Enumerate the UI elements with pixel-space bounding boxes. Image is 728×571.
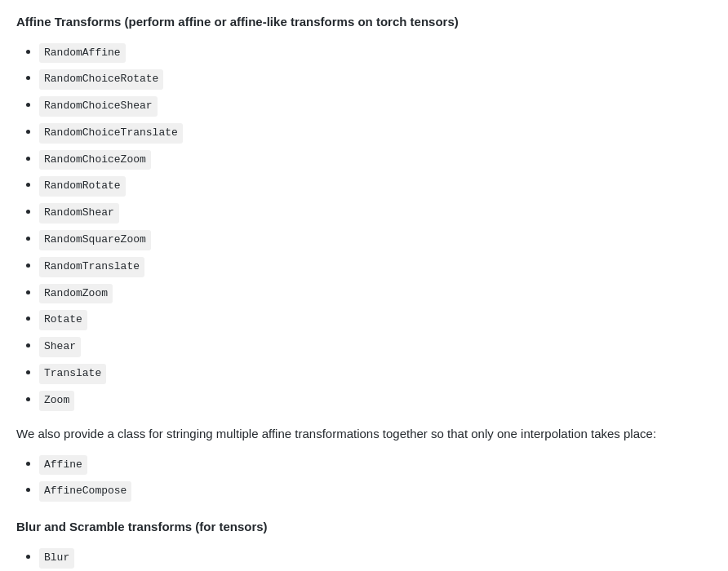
list-item: Blur [39,547,712,569]
code-randomzoom[interactable]: RandomZoom [39,284,113,304]
list-item: Affine [39,454,712,476]
list-item: RandomChoiceShear [39,95,712,117]
blur-scramble-section: Blur and Scramble transforms (for tensor… [16,518,712,571]
list-item: RandomChoiceRotate [39,68,712,90]
code-randomchoicezoom[interactable]: RandomChoiceZoom [39,150,151,170]
list-item: RandomChoiceZoom [39,148,712,170]
list-item: RandomRotate [39,175,712,197]
code-shear[interactable]: Shear [39,337,81,357]
code-randomaffine[interactable]: RandomAffine [39,43,126,64]
affine-transforms-section: Affine Transforms (perform affine or aff… [16,13,712,411]
code-rotate[interactable]: Rotate [39,310,87,330]
code-zoom[interactable]: Zoom [39,391,74,411]
list-item: RandomZoom [39,282,712,304]
list-item: Zoom [39,389,712,411]
code-randomsquarezoom[interactable]: RandomSquareZoom [39,230,151,250]
code-randomshear[interactable]: RandomShear [39,203,119,224]
list-item: AffineCompose [39,480,712,502]
code-translate[interactable]: Translate [39,364,106,384]
list-item: Rotate [39,308,712,330]
list-item: RandomChoiceTranslate [39,122,712,144]
list-item: RandomSquareZoom [39,228,712,250]
blur-scramble-heading: Blur and Scramble transforms (for tensor… [16,518,712,537]
code-affinecompose[interactable]: AffineCompose [39,481,131,502]
affine-description-text: We also provide a class for stringing mu… [16,424,712,444]
code-randomchoicerotate[interactable]: RandomChoiceRotate [39,69,163,90]
code-randomtranslate[interactable]: RandomTranslate [39,257,144,277]
code-blur[interactable]: Blur [39,548,74,569]
list-item: RandomAffine [39,42,712,64]
blur-scramble-list: Blur RandomChoiceBlur RandomChoiceScramb… [16,547,712,571]
list-item: RandomShear [39,201,712,224]
list-item: RandomTranslate [39,255,712,277]
affine-transforms-heading: Affine Transforms (perform affine or aff… [16,13,712,32]
code-affine[interactable]: Affine [39,455,87,476]
code-randomchoicetranslate[interactable]: RandomChoiceTranslate [39,123,183,144]
list-item: Translate [39,362,712,384]
affine-transforms-list: RandomAffine RandomChoiceRotate RandomCh… [16,42,712,411]
affine-compose-list: Affine AffineCompose [16,454,712,502]
code-randomchoiceshear[interactable]: RandomChoiceShear [39,96,158,117]
code-randomrotate[interactable]: RandomRotate [39,176,126,197]
page-content: Affine Transforms (perform affine or aff… [16,13,712,571]
list-item: Shear [39,335,712,357]
